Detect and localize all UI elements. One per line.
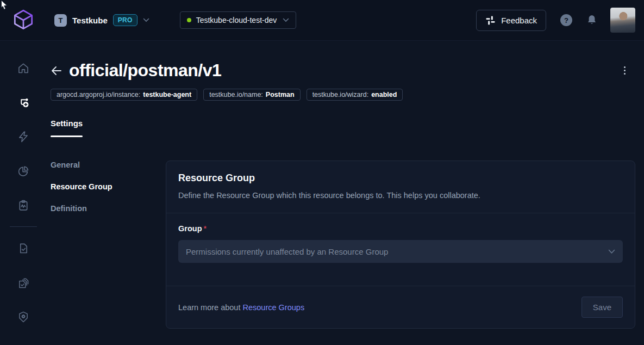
- topbar: T Testkube PRO Testkube-cloud-test-dev F…: [0, 0, 644, 41]
- label-badge: testkube.io/wizard: enabled: [307, 89, 403, 101]
- label-value: testkube-agent: [143, 91, 191, 98]
- save-button[interactable]: Save: [582, 297, 623, 318]
- help-button[interactable]: ?: [560, 14, 572, 26]
- document-check-icon[interactable]: [16, 242, 31, 255]
- card-footer: Learn more about Resource Groups Save: [166, 286, 635, 328]
- label-key: argocd.argoproj.io/instance:: [57, 91, 140, 98]
- card-title: Resource Group: [178, 172, 623, 184]
- slack-icon: [485, 15, 496, 26]
- label-badge: testkube.io/name: Postman: [203, 89, 300, 101]
- card-body: Group* Permissions currently unaffected …: [166, 213, 635, 286]
- pro-badge: PRO: [113, 14, 137, 26]
- feedback-label: Feedback: [501, 16, 537, 25]
- back-button[interactable]: [51, 65, 62, 76]
- active-tab-indicator: [51, 135, 83, 137]
- label-value: Postman: [266, 91, 295, 98]
- group-select[interactable]: Permissions currently unaffected by an R…: [178, 240, 623, 263]
- feedback-button[interactable]: Feedback: [476, 10, 546, 31]
- main-content: official/postman/v1 argocd.argoproj.io/i…: [46, 41, 644, 345]
- org-switcher[interactable]: T Testkube PRO: [54, 14, 149, 27]
- resource-group-card: Resource Group Define the Resource Group…: [166, 161, 635, 329]
- label-key: testkube.io/name:: [209, 91, 263, 98]
- user-avatar[interactable]: [610, 8, 635, 33]
- chevron-down-icon: [143, 18, 149, 22]
- resource-groups-link[interactable]: Resource Groups: [243, 303, 305, 312]
- arrow-left-icon: [51, 65, 62, 76]
- lightning-icon[interactable]: [16, 131, 31, 143]
- settings-subnav: General Resource Group Definition: [46, 161, 166, 329]
- chevron-down-icon: [283, 18, 289, 22]
- bell-icon: [586, 14, 597, 26]
- testkube-logo-icon[interactable]: [11, 8, 36, 33]
- group-select-placeholder: Permissions currently unaffected by an R…: [186, 247, 608, 256]
- workflow-add-icon[interactable]: [16, 96, 31, 109]
- home-icon[interactable]: [16, 62, 31, 75]
- label-key: testkube.io/wizard:: [312, 91, 369, 98]
- subnav-item-resource-group[interactable]: Resource Group: [51, 182, 166, 191]
- tab-label: Settings: [51, 119, 83, 128]
- required-marker: *: [204, 224, 207, 233]
- card-description: Define the Resource Group which this res…: [178, 191, 623, 200]
- subnav-item-definition[interactable]: Definition: [51, 204, 166, 213]
- card-header: Resource Group Define the Resource Group…: [166, 161, 635, 213]
- label-value: enabled: [371, 91, 397, 98]
- clipboard-pulse-icon[interactable]: [16, 199, 31, 212]
- group-field-label: Group: [178, 224, 202, 233]
- label-badge: argocd.argoproj.io/instance: testkube-ag…: [51, 89, 197, 101]
- tab-settings[interactable]: Settings: [51, 119, 83, 137]
- tabs-bar: Settings: [51, 119, 644, 137]
- documents-stack-icon[interactable]: [16, 276, 31, 289]
- notifications-button[interactable]: [586, 14, 597, 26]
- learn-more-text: Learn more about: [178, 303, 243, 312]
- org-name: Testkube: [72, 16, 108, 25]
- org-avatar: T: [54, 14, 67, 27]
- environment-name: Testkube-cloud-test-dev: [196, 16, 277, 24]
- environment-status-dot: [187, 18, 191, 22]
- help-icon: ?: [560, 14, 572, 26]
- pie-chart-icon[interactable]: [16, 165, 31, 177]
- chevron-down-icon: [608, 249, 615, 254]
- sidebar-divider: [10, 226, 37, 227]
- labels-row: argocd.argoproj.io/instance: testkube-ag…: [51, 89, 644, 101]
- shield-gear-icon[interactable]: [16, 311, 31, 323]
- sidebar-nav: [0, 41, 46, 345]
- page-title: official/postman/v1: [69, 60, 221, 81]
- more-options-button[interactable]: [622, 63, 628, 78]
- kebab-icon: [624, 66, 626, 68]
- subnav-item-general[interactable]: General: [51, 161, 166, 169]
- environment-selector[interactable]: Testkube-cloud-test-dev: [180, 11, 297, 29]
